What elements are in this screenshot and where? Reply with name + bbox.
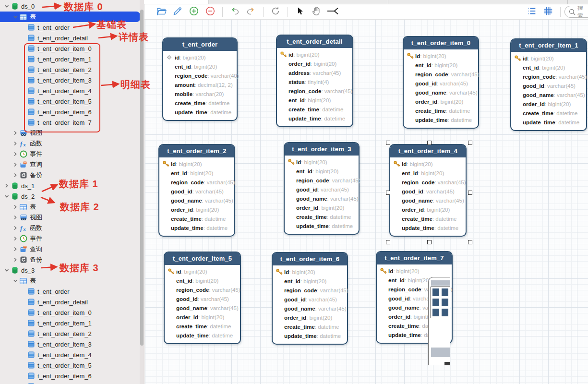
entity-title[interactable]: t_ent_order_item_1 [511, 39, 586, 52]
field-good-name[interactable]: good_name: varchar(45) [393, 196, 463, 205]
minus-circle-button[interactable] [204, 6, 216, 18]
field-good-name[interactable]: good_name: varchar(45) [276, 304, 344, 313]
field-ent-id[interactable]: ent_id: bigint(20) [514, 63, 583, 72]
entity-t-ent-order-item-4[interactable]: t_ent_order_item_4 id: bigint(20) ent_id… [389, 144, 467, 237]
field-order-id[interactable]: order_id: bigint(20) [280, 59, 349, 68]
sidebar-item-ds2-queries[interactable]: 查询 [0, 244, 140, 254]
sidebar-item-t-ent-order-item-5[interactable]: t_ent_order_item_5 [0, 96, 140, 107]
field-good-name[interactable]: good_name: varchar(45) [162, 196, 231, 205]
entity-t-ent-order-item-1[interactable]: t_ent_order_item_1 id: bigint(20) ent_id… [510, 38, 587, 131]
sidebar-item-t-ent-order-item-3[interactable]: t_ent_order_item_3 [0, 75, 140, 85]
entity-t-ent-order-item-2[interactable]: t_ent_order_item_2 id: bigint(20) ent_id… [158, 144, 235, 237]
sidebar-scrollbar-track[interactable] [140, 0, 144, 384]
sidebar-item-t-ent-order-item-1[interactable]: t_ent_order_item_1 [0, 54, 140, 64]
sidebar-item-ds-0[interactable]: ds_0 [0, 1, 140, 12]
sidebar-item-ds-1[interactable]: ds_1 [0, 180, 140, 191]
selection-handle[interactable] [468, 191, 472, 195]
sidebar-item-t-ent-order-item-4[interactable]: t_ent_order_item_4 [0, 85, 140, 96]
field-order-id[interactable]: order_id: bigint(20) [288, 203, 356, 212]
sidebar-item-ds0-backups[interactable]: 备份 [0, 170, 140, 180]
minimap-viewport[interactable] [431, 287, 450, 318]
field-create-time[interactable]: create_time: datetime [514, 108, 583, 118]
selection-handle[interactable] [468, 141, 472, 145]
active-diagram-tab[interactable] [144, 0, 209, 4]
chevron-right-icon[interactable] [12, 226, 19, 230]
field-good-id[interactable]: good_id: varchar(45) [514, 81, 583, 90]
sidebar-item-ds3-t-ent-order-item-4[interactable]: t_ent_order_item_4 [0, 349, 140, 360]
field-id[interactable]: id: bigint(20) [393, 159, 463, 168]
field-order-id[interactable]: order_id: bigint(20) [393, 205, 463, 214]
chevron-right-icon[interactable] [12, 141, 19, 146]
field-order-id[interactable]: order_id: bigint(20) [276, 313, 344, 322]
list-view-button[interactable] [526, 6, 538, 18]
selection-handle[interactable] [386, 191, 390, 195]
field-update-time[interactable]: update_time: datetime [168, 331, 237, 340]
undo-button[interactable] [229, 6, 240, 18]
refresh-button[interactable] [270, 6, 281, 18]
field-good-name[interactable]: good_name: varchar(45) [168, 303, 237, 312]
field-ent-id[interactable]: ent_id: bigint(20) [168, 276, 237, 285]
field-order-id[interactable]: order_id: bigint(20) [407, 97, 475, 106]
field-ent-id[interactable]: ent_id: bigint(20) [288, 167, 356, 176]
field-region-code[interactable]: region_code: varchar(45) [168, 285, 237, 294]
sidebar-item-ds0-queries[interactable]: 查询 [0, 159, 140, 170]
sidebar-item-ds3-t-ent-order-item-2[interactable]: t_ent_order_item_2 [0, 328, 140, 339]
field-update-time[interactable]: update_time: datetime [407, 115, 475, 124]
field-region-code[interactable]: region_code: varchar(45) [407, 70, 475, 79]
field-amount[interactable]: amount: decimal(12, 2) [166, 80, 234, 89]
entity-t-ent-order-detail[interactable]: t_ent_order_detail id: bigint(20) order_… [276, 35, 353, 127]
field-region-code[interactable]: region_code: varchar(45) [288, 176, 356, 185]
chevron-down-icon[interactable] [3, 4, 11, 9]
field-id[interactable]: id: bigint(20) [380, 266, 449, 276]
chevron-right-icon[interactable] [12, 247, 19, 252]
sidebar-item-t-ent-order-item-7[interactable]: t_ent_order_item_7 [0, 117, 140, 128]
field-ent-id[interactable]: ent_id: bigint(20) [276, 276, 344, 286]
sidebar-item-ds0-events[interactable]: 事件 [0, 149, 140, 159]
field-good-id[interactable]: good_id: varchar(45) [162, 187, 231, 196]
field-id[interactable]: id: bigint(20) [162, 159, 231, 168]
sidebar-item-ds3-t-ent-order-detail[interactable]: t_ent_order_detail [0, 297, 140, 307]
entity-t-ent-order[interactable]: t_ent_order id: bigint(20) ent_id: bigin… [162, 37, 238, 121]
field-good-name[interactable]: good_name: varchar(45) [288, 194, 356, 203]
chevron-right-icon[interactable] [12, 152, 19, 156]
field-region-code[interactable]: region_code: varchar(40) [166, 71, 234, 80]
field-address[interactable]: address: varchar(45) [280, 68, 349, 77]
field-order-id[interactable]: order_id: bigint(20) [168, 312, 237, 322]
sidebar-item-ds-2[interactable]: ds_2 [0, 191, 140, 202]
sidebar-item-ds-3[interactable]: ds_3 [0, 265, 140, 276]
chevron-right-icon[interactable] [12, 131, 19, 135]
field-create-time[interactable]: create_time: datetime [280, 105, 349, 114]
selection-handle[interactable] [386, 240, 390, 244]
field-region-code[interactable]: region_code: varchar(45) [276, 286, 344, 295]
field-good-id[interactable]: good_id: varchar(45) [407, 79, 475, 88]
chevron-down-icon[interactable] [12, 278, 19, 283]
chevron-right-icon[interactable] [12, 257, 19, 262]
entity-title[interactable]: t_ent_order_detail [277, 36, 352, 48]
sidebar-item-t-ent-order-item-2[interactable]: t_ent_order_item_2 [0, 64, 140, 75]
field-create-time[interactable]: create_time: datetime [276, 322, 344, 331]
chevron-right-icon[interactable] [3, 183, 11, 188]
sidebar-item-ds2-events[interactable]: 事件 [0, 233, 140, 244]
field-region-code[interactable]: region_code: varchar(45) [162, 178, 231, 187]
sidebar-item-ds3-t-ent-order-item-5[interactable]: t_ent_order_item_5 [0, 360, 140, 371]
sidebar-item-t-ent-order-detail[interactable]: t_ent_order_detail [0, 33, 140, 43]
field-create-time[interactable]: create_time: datetime [166, 98, 234, 108]
field-ent-id[interactable]: ent_id: bigint(20) [407, 60, 475, 70]
folder-button[interactable] [156, 6, 167, 18]
entity-t-ent-order-item-6[interactable]: t_ent_order_item_6 id: bigint(20) ent_id… [272, 252, 348, 345]
entity-t-ent-order-item-3[interactable]: t_ent_order_item_3 id: bigint(20) ent_id… [284, 142, 360, 235]
field-region-code[interactable]: region_code: varchar(45) [280, 86, 349, 96]
field-good-name[interactable]: good_name: varchar(45) [514, 90, 583, 99]
field-id[interactable]: id: bigint(20) [288, 157, 356, 167]
field-status[interactable]: status: tinyint(4) [280, 77, 349, 86]
chevron-right-icon[interactable] [12, 162, 19, 167]
connector-button[interactable] [327, 6, 338, 18]
pencil-button[interactable] [172, 6, 183, 18]
entity-title[interactable]: t_ent_order_item_4 [390, 145, 466, 157]
field-id[interactable]: id: bigint(20) [407, 51, 475, 60]
field-id[interactable]: id: bigint(20) [166, 53, 234, 62]
entity-title[interactable]: t_ent_order_item_0 [404, 37, 478, 49]
field-update-time[interactable]: update_time: datetime [514, 118, 583, 127]
chevron-down-icon[interactable] [12, 14, 19, 19]
field-ent-id[interactable]: ent_id: bigint(20) [166, 62, 234, 71]
